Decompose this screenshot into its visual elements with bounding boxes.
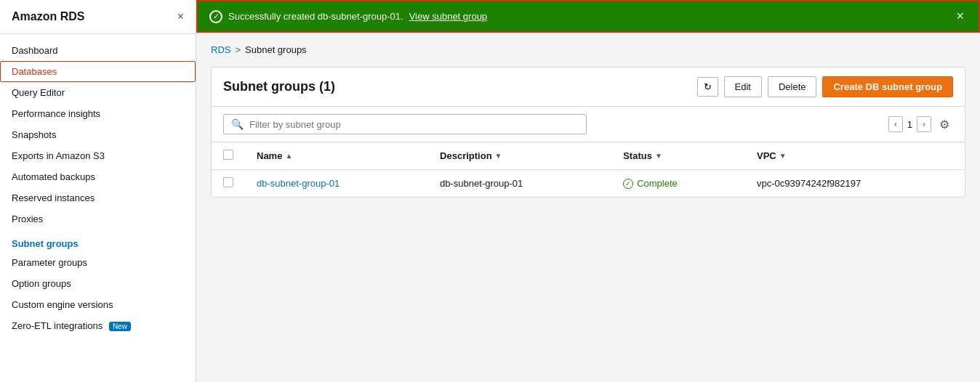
- view-subnet-group-link[interactable]: View subnet group: [409, 11, 487, 22]
- create-subnet-group-button[interactable]: Create DB subnet group: [822, 76, 953, 97]
- search-icon: 🔍: [231, 118, 244, 130]
- sidebar-item-zero-etl-integrations[interactable]: Zero-ETL integrations New: [0, 315, 196, 336]
- sidebar-item-dashboard[interactable]: Dashboard: [0, 40, 196, 61]
- sidebar-item-exports-s3[interactable]: Exports in Amazon S3: [0, 145, 196, 166]
- row-checkbox-cell: [212, 170, 245, 198]
- sidebar-item-parameter-groups[interactable]: Parameter groups: [0, 252, 196, 273]
- filter-bar: 🔍 ‹ 1 › ⚙: [212, 107, 965, 142]
- sidebar-item-proxies[interactable]: Proxies: [0, 208, 196, 229]
- banner-text-area: ✓ Successfully created db-subnet-group-0…: [209, 10, 487, 23]
- panel-header: Subnet groups (1) ↻ Edit Delete Create D…: [212, 68, 965, 107]
- select-all-checkbox[interactable]: [223, 150, 233, 160]
- status-text: Complete: [637, 178, 678, 189]
- sidebar-item-automated-backups[interactable]: Automated backups: [0, 166, 196, 187]
- th-status: Status ▼: [611, 142, 745, 170]
- table-row: db-subnet-group-01 db-subnet-group-01 ✓ …: [212, 170, 965, 198]
- subnet-groups-panel: Subnet groups (1) ↻ Edit Delete Create D…: [211, 67, 965, 198]
- sidebar-item-custom-engine-versions[interactable]: Custom engine versions: [0, 294, 196, 315]
- breadcrumb-separator: >: [235, 44, 241, 55]
- sidebar-item-databases[interactable]: Databases: [0, 61, 196, 82]
- breadcrumb-current: Subnet groups: [245, 44, 307, 55]
- sidebar-nav: Dashboard Databases Query Editor Perform…: [0, 34, 196, 382]
- banner-message: Successfully created db-subnet-group-01.: [228, 11, 403, 22]
- th-description: Description ▼: [428, 142, 611, 170]
- search-wrapper: 🔍: [223, 114, 587, 134]
- row-status-cell: ✓ Complete: [611, 170, 745, 198]
- sidebar-item-performance-insights[interactable]: Performance insights: [0, 103, 196, 124]
- success-banner: ✓ Successfully created db-subnet-group-0…: [196, 0, 980, 33]
- pagination-prev-button[interactable]: ‹: [888, 116, 903, 132]
- subnet-groups-table: Name ▲ Description ▼ Sta: [212, 142, 965, 197]
- name-sort-icon[interactable]: ▲: [285, 152, 292, 160]
- sidebar-section-subnet-groups: Subnet groups: [0, 229, 196, 252]
- delete-button[interactable]: Delete: [768, 76, 817, 97]
- row-vpc-cell: vpc-0c93974242f982197: [745, 170, 965, 198]
- panel-title-area: Subnet groups (1): [223, 79, 335, 94]
- refresh-icon: ↻: [704, 81, 712, 92]
- th-checkbox: [212, 142, 245, 170]
- row-checkbox[interactable]: [223, 177, 233, 187]
- sidebar-close-button[interactable]: ×: [177, 10, 184, 23]
- row-description-cell: db-subnet-group-01: [428, 170, 611, 198]
- main-content: ✓ Successfully created db-subnet-group-0…: [196, 0, 980, 382]
- page-body: RDS > Subnet groups Subnet groups (1) ↻: [196, 33, 980, 382]
- sidebar-item-query-editor[interactable]: Query Editor: [0, 82, 196, 103]
- sidebar-header: Amazon RDS ×: [0, 0, 196, 34]
- sidebar-item-reserved-instances[interactable]: Reserved instances: [0, 187, 196, 208]
- status-complete-icon: ✓: [623, 179, 633, 189]
- breadcrumb: RDS > Subnet groups: [211, 44, 965, 55]
- success-check-icon: ✓: [209, 10, 222, 23]
- new-badge: New: [109, 322, 131, 331]
- pagination-current-page: 1: [907, 119, 912, 130]
- search-input[interactable]: [249, 119, 579, 130]
- subnet-group-name-link[interactable]: db-subnet-group-01: [257, 178, 340, 189]
- panel-count: (1): [319, 79, 335, 94]
- status-complete-indicator: ✓ Complete: [623, 178, 734, 189]
- pagination-next-button[interactable]: ›: [917, 116, 931, 132]
- description-sort-icon[interactable]: ▼: [495, 152, 502, 160]
- table-header-row: Name ▲ Description ▼ Sta: [212, 142, 965, 170]
- sidebar: Amazon RDS × Dashboard Databases Query E…: [0, 0, 196, 382]
- panel-actions: ↻ Edit Delete Create DB subnet group: [697, 76, 954, 97]
- vpc-sort-icon[interactable]: ▼: [779, 152, 787, 160]
- table-settings-button[interactable]: ⚙: [936, 116, 953, 133]
- th-vpc: VPC ▼: [745, 142, 965, 170]
- banner-close-button[interactable]: ×: [953, 9, 967, 24]
- refresh-button[interactable]: ↻: [697, 77, 718, 97]
- edit-button[interactable]: Edit: [724, 76, 762, 97]
- th-name: Name ▲: [245, 142, 428, 170]
- row-name-cell: db-subnet-group-01: [245, 170, 428, 198]
- status-sort-icon[interactable]: ▼: [655, 152, 662, 160]
- panel-title: Subnet groups (1): [223, 79, 335, 94]
- sidebar-title: Amazon RDS: [12, 10, 84, 23]
- breadcrumb-parent[interactable]: RDS: [211, 44, 230, 55]
- sidebar-item-snapshots[interactable]: Snapshots: [0, 124, 196, 145]
- sidebar-item-option-groups[interactable]: Option groups: [0, 273, 196, 294]
- pagination-controls: ‹ 1 › ⚙: [888, 116, 953, 133]
